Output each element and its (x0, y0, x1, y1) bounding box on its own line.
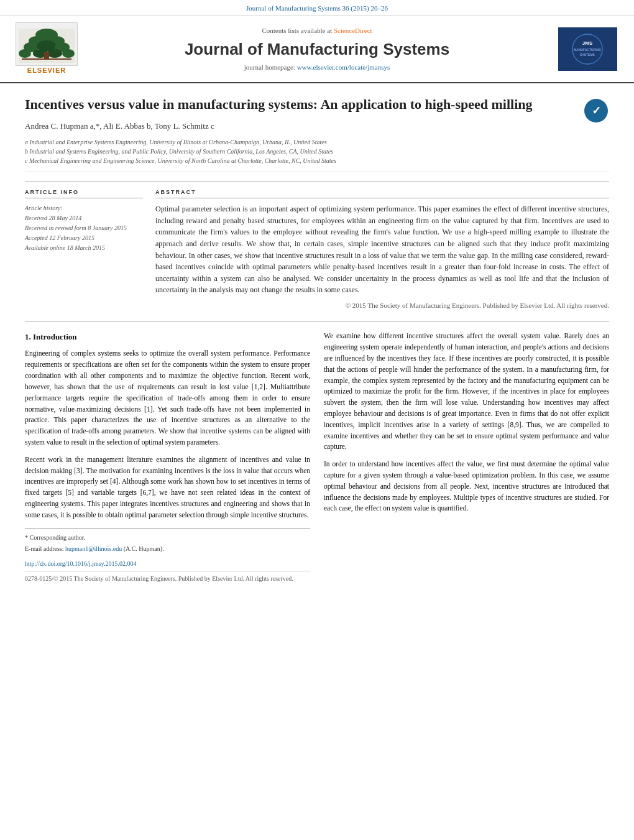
introduction-heading: 1. Introduction (25, 331, 310, 343)
online-date: Available online 18 March 2015 (25, 243, 143, 253)
intro-paragraph-2: Recent work in the management literature… (25, 455, 310, 521)
article-info-abstract-section: ARTICLE INFO Article history: Received 2… (25, 182, 609, 311)
svg-text:SYSTEMS: SYSTEMS (580, 53, 595, 57)
paper-title: Incentives versus value in manufacturing… (25, 96, 575, 114)
accepted-date: Accepted 12 February 2015 (25, 233, 143, 243)
email-attribution: (A.C. Hupman). (124, 545, 164, 552)
intro-paragraph-4: In order to understand how incentives af… (324, 459, 609, 514)
elsevier-logo-area: ELSEVIER (12, 22, 81, 75)
affiliation-c: c Mechanical Engineering and Engineering… (25, 156, 575, 165)
doi-line: http://dx.doi.org/10.1016/j.jmsy.2015.02… (25, 559, 310, 569)
right-column: We examine how different incentive struc… (324, 331, 609, 583)
crossmark-badge: ✓ (584, 99, 609, 124)
email-label: E-mail address: (25, 545, 63, 552)
svg-point-10 (62, 49, 75, 58)
journal-homepage-line: journal homepage: www.elsevier.com/locat… (87, 63, 547, 72)
doi-link[interactable]: http://dx.doi.org/10.1016/j.jmsy.2015.02… (25, 560, 136, 567)
intro-paragraph-3: We examine how different incentive struc… (324, 331, 609, 453)
journal-name-heading: Journal of Manufacturing Systems (87, 38, 547, 60)
left-column: 1. Introduction Engineering of complex s… (25, 331, 310, 583)
crossmark-icon: ✓ (584, 99, 608, 122)
article-info-panel: ARTICLE INFO Article history: Received 2… (25, 188, 143, 311)
received-date: Received 28 May 2014 (25, 213, 143, 223)
affiliation-a: a Industrial and Enterprise Systems Engi… (25, 137, 575, 147)
email-link[interactable]: hupman1@illinois.edu (65, 545, 122, 552)
paper-title-section: Incentives versus value in manufacturing… (25, 83, 609, 172)
journal-header: ELSEVIER Contents lists available at Sci… (0, 16, 634, 83)
elsevier-wordmark: ELSEVIER (27, 66, 66, 75)
abstract-panel: ABSTRACT Optimal parameter selection is … (155, 188, 609, 311)
article-info-heading: ARTICLE INFO (25, 188, 143, 199)
revised-date: Received in revised form 8 January 2015 (25, 223, 143, 233)
journal-header-center: Contents lists available at ScienceDirec… (87, 26, 547, 73)
journal-homepage-link[interactable]: www.elsevier.com/locate/jmansys (297, 63, 390, 71)
main-content: Incentives versus value in manufacturing… (0, 83, 634, 596)
introduced-word: Introduced (564, 482, 595, 490)
journal-citation-bar: Journal of Manufacturing Systems 36 (201… (0, 0, 634, 16)
article-history: Article history: Received 28 May 2014 Re… (25, 203, 143, 253)
journal-citation-text: Journal of Manufacturing Systems 36 (201… (246, 4, 388, 12)
author-names: Andrea C. Hupman a,*, Ali E. Abbas b, To… (25, 121, 214, 131)
jms-logo-inner: JMS MANUFACTURING SYSTEMS (572, 34, 603, 65)
abstract-heading: ABSTRACT (155, 188, 609, 199)
affiliation-b: b Industrial and Systems Engineering, an… (25, 147, 575, 156)
intro-paragraph-1: Engineering of complex systems seeks to … (25, 348, 310, 448)
elsevier-logo (16, 22, 78, 66)
corresponding-author-note: * Corresponding author. (25, 533, 310, 543)
two-column-body: 1. Introduction Engineering of complex s… (25, 331, 609, 583)
crossmark-svg: ✓ (585, 99, 607, 122)
elsevier-tree-graphic (19, 29, 75, 63)
section-divider (25, 321, 609, 322)
email-footnote: E-mail address: hupman1@illinois.edu (A.… (25, 544, 310, 554)
authors-line: Andrea C. Hupman a,*, Ali E. Abbas b, To… (25, 121, 575, 132)
svg-point-7 (19, 49, 31, 58)
svg-rect-12 (22, 58, 71, 60)
svg-text:✓: ✓ (592, 104, 601, 117)
svg-text:JMS: JMS (582, 40, 593, 46)
jms-logo-graphic: JMS MANUFACTURING SYSTEMS (572, 34, 603, 65)
footnote-section: * Corresponding author. E-mail address: … (25, 528, 310, 554)
jms-logo: JMS MANUFACTURING SYSTEMS (558, 27, 617, 71)
abstract-text: Optimal parameter selection is an import… (155, 203, 609, 296)
jms-logo-area: JMS MANUFACTURING SYSTEMS (553, 27, 622, 71)
svg-point-9 (47, 49, 62, 58)
paper-title-area: Incentives versus value in manufacturing… (25, 96, 575, 165)
svg-text:MANUFACTURING: MANUFACTURING (574, 48, 601, 52)
history-heading: Article history: (25, 203, 143, 213)
copyright-line: © 2015 The Society of Manufacturing Engi… (155, 301, 609, 310)
sciencedirect-link[interactable]: ScienceDirect (334, 27, 372, 34)
bottom-bar: 0278-6125/© 2015 The Society of Manufact… (25, 571, 310, 584)
contents-available-text: Contents lists available at ScienceDirec… (87, 26, 547, 35)
affiliations: a Industrial and Enterprise Systems Engi… (25, 137, 575, 165)
